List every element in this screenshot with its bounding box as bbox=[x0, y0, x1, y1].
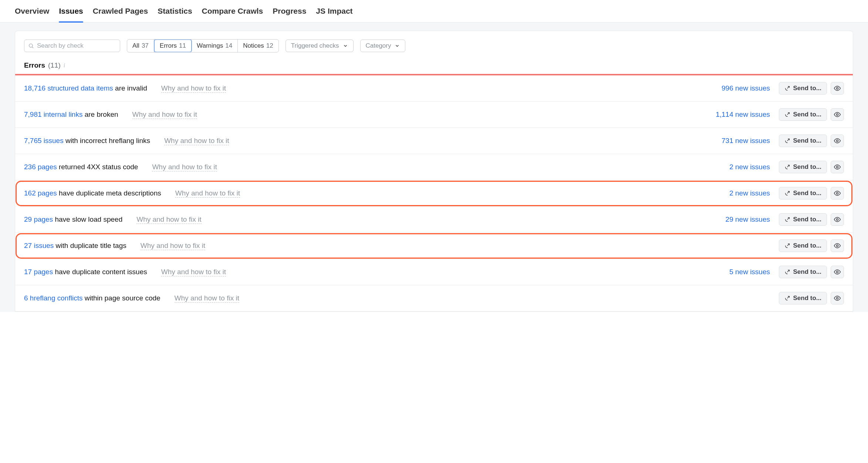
view-button[interactable] bbox=[831, 266, 844, 278]
new-issues-link[interactable]: 29 new issues bbox=[715, 215, 770, 224]
issue-link[interactable]: 27 issues bbox=[24, 242, 54, 249]
send-to-label: Send to... bbox=[793, 85, 822, 92]
new-issues-link[interactable]: 2 new issues bbox=[715, 189, 770, 197]
section-title: Errors (11) i bbox=[15, 61, 853, 74]
view-button[interactable] bbox=[831, 108, 844, 121]
send-to-button[interactable]: Send to... bbox=[779, 135, 827, 147]
send-arrow-icon bbox=[784, 190, 790, 196]
issue-row: 7,981 internal links are brokenWhy and h… bbox=[15, 102, 853, 128]
view-button[interactable] bbox=[831, 239, 844, 252]
category-dropdown[interactable]: Category bbox=[360, 40, 406, 52]
issue-description: within page source code bbox=[82, 294, 160, 302]
svg-point-0 bbox=[29, 44, 33, 47]
search-box[interactable] bbox=[24, 40, 120, 52]
filter-notices[interactable]: Notices12 bbox=[238, 40, 278, 52]
tab-overview[interactable]: Overview bbox=[15, 7, 49, 22]
send-to-button[interactable]: Send to... bbox=[779, 108, 827, 121]
eye-icon bbox=[834, 85, 841, 92]
view-button[interactable] bbox=[831, 135, 844, 147]
issue-link[interactable]: 162 pages bbox=[24, 189, 57, 197]
issue-description: returned 4XX status code bbox=[57, 163, 138, 171]
send-to-label: Send to... bbox=[793, 268, 822, 276]
issue-link[interactable]: 7,981 internal links bbox=[24, 110, 82, 118]
row-actions: Send to... bbox=[777, 161, 844, 173]
triggered-checks-label: Triggered checks bbox=[291, 42, 339, 50]
tab-compare-crawls[interactable]: Compare Crawls bbox=[202, 7, 263, 22]
why-and-how-link[interactable]: Why and how to fix it bbox=[161, 268, 226, 276]
section-count: (11) bbox=[48, 61, 61, 69]
why-and-how-link[interactable]: Why and how to fix it bbox=[152, 163, 217, 171]
send-to-button[interactable]: Send to... bbox=[779, 161, 827, 173]
send-arrow-icon bbox=[784, 243, 790, 249]
issues-panel: All37Errors11Warnings14Notices12 Trigger… bbox=[15, 31, 853, 312]
issue-row: 17 pages have duplicate content issuesWh… bbox=[15, 259, 853, 285]
view-button[interactable] bbox=[831, 292, 844, 304]
why-and-how-link[interactable]: Why and how to fix it bbox=[141, 242, 205, 250]
why-and-how-link[interactable]: Why and how to fix it bbox=[132, 110, 197, 119]
row-actions: Send to... bbox=[777, 187, 844, 200]
send-to-button[interactable]: Send to... bbox=[779, 266, 827, 278]
filter-all[interactable]: All37 bbox=[127, 40, 154, 52]
section-title-text: Errors bbox=[24, 61, 45, 69]
send-to-button[interactable]: Send to... bbox=[779, 82, 827, 95]
issue-link[interactable]: 7,765 issues bbox=[24, 137, 64, 144]
send-to-label: Send to... bbox=[793, 242, 822, 249]
eye-icon bbox=[834, 268, 841, 276]
triggered-checks-dropdown[interactable]: Triggered checks bbox=[286, 40, 354, 52]
new-issues-link[interactable]: 731 new issues bbox=[715, 137, 770, 145]
issue-link[interactable]: 236 pages bbox=[24, 163, 57, 171]
tab-issues[interactable]: Issues bbox=[59, 7, 83, 22]
eye-icon bbox=[834, 295, 841, 302]
send-to-button[interactable]: Send to... bbox=[779, 187, 827, 200]
new-issues-link[interactable]: 5 new issues bbox=[715, 268, 770, 276]
view-button[interactable] bbox=[831, 161, 844, 173]
why-and-how-link[interactable]: Why and how to fix it bbox=[161, 84, 226, 93]
new-issues-link[interactable]: 1,114 new issues bbox=[715, 110, 770, 119]
filter-label: Notices bbox=[243, 42, 264, 50]
issue-row: 7,765 issues with incorrect hreflang lin… bbox=[15, 128, 853, 154]
tab-statistics[interactable]: Statistics bbox=[158, 7, 192, 22]
send-to-label: Send to... bbox=[793, 111, 822, 118]
svg-point-3 bbox=[837, 114, 838, 116]
issue-link[interactable]: 6 hreflang conflicts bbox=[24, 294, 82, 302]
issue-text: 17 pages have duplicate content issues bbox=[24, 268, 147, 276]
filter-segments: All37Errors11Warnings14Notices12 bbox=[127, 39, 279, 52]
why-and-how-link[interactable]: Why and how to fix it bbox=[175, 294, 239, 303]
svg-point-7 bbox=[837, 219, 838, 221]
filter-errors[interactable]: Errors11 bbox=[154, 39, 192, 52]
why-and-how-link[interactable]: Why and how to fix it bbox=[175, 189, 240, 198]
issue-link[interactable]: 17 pages bbox=[24, 268, 53, 276]
tab-js-impact[interactable]: JS Impact bbox=[316, 7, 352, 22]
send-to-button[interactable]: Send to... bbox=[779, 239, 827, 252]
why-and-how-link[interactable]: Why and how to fix it bbox=[164, 137, 229, 145]
new-issues-link[interactable]: 996 new issues bbox=[715, 84, 770, 92]
issue-text: 7,981 internal links are broken bbox=[24, 110, 118, 119]
info-icon[interactable]: i bbox=[64, 62, 65, 69]
search-input[interactable] bbox=[37, 42, 116, 50]
issue-description: have duplicate content issues bbox=[53, 268, 147, 276]
view-button[interactable] bbox=[831, 82, 844, 95]
send-to-label: Send to... bbox=[793, 163, 822, 171]
send-arrow-icon bbox=[784, 138, 790, 144]
issue-row: 27 issues with duplicate title tagsWhy a… bbox=[15, 233, 853, 259]
new-issues-link[interactable]: 2 new issues bbox=[715, 163, 770, 171]
send-to-label: Send to... bbox=[793, 216, 822, 223]
svg-point-4 bbox=[837, 140, 838, 142]
issue-link[interactable]: 18,716 structured data items bbox=[24, 84, 113, 92]
issues-list: 18,716 structured data items are invalid… bbox=[15, 75, 853, 311]
send-to-button[interactable]: Send to... bbox=[779, 292, 827, 304]
controls-row: All37Errors11Warnings14Notices12 Trigger… bbox=[15, 39, 853, 61]
row-actions: Send to... bbox=[777, 108, 844, 121]
why-and-how-link[interactable]: Why and how to fix it bbox=[136, 215, 201, 224]
filter-warnings[interactable]: Warnings14 bbox=[192, 40, 238, 52]
view-button[interactable] bbox=[831, 213, 844, 226]
row-actions: Send to... bbox=[777, 135, 844, 147]
view-button[interactable] bbox=[831, 187, 844, 200]
filter-label: All bbox=[132, 42, 139, 50]
svg-point-8 bbox=[837, 245, 838, 247]
tab-crawled-pages[interactable]: Crawled Pages bbox=[93, 7, 148, 22]
send-to-button[interactable]: Send to... bbox=[779, 213, 827, 226]
row-actions: Send to... bbox=[777, 266, 844, 278]
tab-progress[interactable]: Progress bbox=[273, 7, 306, 22]
issue-link[interactable]: 29 pages bbox=[24, 215, 53, 223]
